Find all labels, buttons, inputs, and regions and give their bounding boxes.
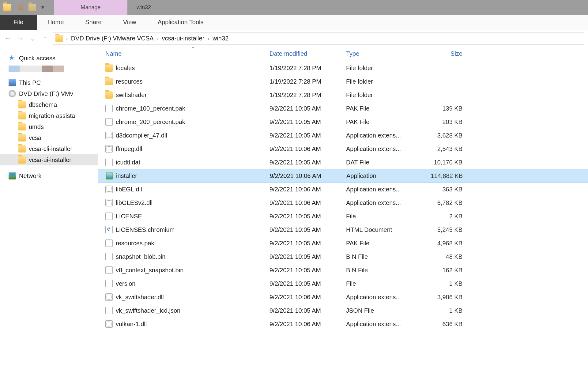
file-size: 162 KB <box>423 267 469 274</box>
file-tab[interactable]: File <box>0 15 37 30</box>
file-size: 3,628 KB <box>423 132 469 139</box>
file-name: snapshot_blob.bin <box>116 253 165 260</box>
file-row[interactable]: chrome_200_percent.pak9/2/2021 10:05 AMP… <box>98 115 588 129</box>
file-date: 9/2/2021 10:06 AM <box>270 321 346 328</box>
file-row[interactable]: resources.pak9/2/2021 10:05 AMPAK File4,… <box>98 236 588 250</box>
file-row[interactable]: icudtl.dat9/2/2021 10:05 AMDAT File10,17… <box>98 156 588 169</box>
sidebar-folder[interactable]: vcsa-ui-installer <box>0 154 98 165</box>
sidebar-quick-access[interactable]: ★ Quick access <box>0 53 98 64</box>
up-button[interactable]: ↑ <box>40 34 50 43</box>
address-bar[interactable]: › DVD Drive (F:) VMware VCSA › vcsa-ui-i… <box>53 32 584 45</box>
chevron-right-icon[interactable]: › <box>157 35 159 42</box>
sidebar-network[interactable]: Network <box>0 170 98 181</box>
file-name: libGLESv2.dll <box>116 199 153 206</box>
column-label: Name <box>105 50 122 57</box>
navigation-pane: ★ Quick access This PC DVD Drive (F:) VM… <box>0 47 98 392</box>
file-name: locales <box>116 65 135 72</box>
file-date: 9/2/2021 10:06 AM <box>270 186 346 193</box>
file-name: chrome_100_percent.pak <box>116 105 185 112</box>
file-type: Application extens... <box>346 132 423 139</box>
folder-icon <box>18 101 26 108</box>
file-row[interactable]: LICENSE9/2/2021 10:05 AMFile2 KB <box>98 209 588 223</box>
breadcrumb-root[interactable]: DVD Drive (F:) VMware VCSA <box>71 35 154 42</box>
tab-home[interactable]: Home <box>37 15 74 30</box>
qat-dropdown-icon[interactable]: ▾ <box>39 3 47 11</box>
breadcrumb-mid[interactable]: vcsa-ui-installer <box>162 35 204 42</box>
dll-icon <box>105 293 113 301</box>
properties-icon[interactable]: ☑ <box>18 3 26 11</box>
file-row[interactable]: snapshot_blob.bin9/2/2021 10:05 AMBIN Fi… <box>98 250 588 263</box>
tab-view[interactable]: View <box>112 15 147 30</box>
folder-icon <box>18 156 26 164</box>
sidebar-folder[interactable]: dbschema <box>0 99 98 110</box>
file-row[interactable]: vk_swiftshader_icd.json9/2/2021 10:05 AM… <box>98 304 588 317</box>
column-headers: Name ⌃ Date modified Type Size <box>98 47 588 61</box>
file-size: 3,986 KB <box>423 294 469 301</box>
file-type: Application extens... <box>346 186 423 193</box>
file-row[interactable]: ffmpeg.dll9/2/2021 10:06 AMApplication e… <box>98 142 588 156</box>
frequent-color-strip <box>9 66 98 72</box>
file-type: Application extens... <box>346 199 423 206</box>
file-type: File folder <box>346 78 423 85</box>
chevron-right-icon[interactable]: › <box>66 35 68 42</box>
file-icon <box>105 280 113 287</box>
ribbon-tabs: File Home Share View Application Tools <box>0 15 588 30</box>
column-type[interactable]: Type <box>346 50 423 57</box>
new-folder-icon[interactable] <box>28 3 36 11</box>
sidebar-folder[interactable]: vcsa-cli-installer <box>0 143 98 154</box>
file-icon <box>105 253 113 260</box>
back-button[interactable]: ← <box>4 34 13 43</box>
file-row[interactable]: LICENSES.chromium9/2/2021 10:05 AMHTML D… <box>98 223 588 236</box>
file-size: 636 KB <box>423 321 469 328</box>
file-type: File folder <box>346 92 423 99</box>
quick-access-toolbar: ☑ ▾ <box>0 0 54 15</box>
sidebar-this-pc[interactable]: This PC <box>0 77 98 88</box>
file-date: 9/2/2021 10:05 AM <box>270 307 346 314</box>
forward-button[interactable]: → <box>16 34 25 43</box>
file-row[interactable]: chrome_100_percent.pak9/2/2021 10:05 AMP… <box>98 102 588 115</box>
file-size: 203 KB <box>423 119 469 126</box>
column-name[interactable]: Name ⌃ <box>98 50 270 57</box>
tab-application-tools[interactable]: Application Tools <box>147 15 214 30</box>
file-icon <box>105 159 113 166</box>
dll-icon <box>105 132 113 139</box>
title-bar: ☑ ▾ Manage win32 <box>0 0 588 15</box>
sidebar-folder[interactable]: vcsa <box>0 132 98 143</box>
tab-share[interactable]: Share <box>74 15 112 30</box>
contextual-tab-manage[interactable]: Manage <box>54 0 127 15</box>
chevron-right-icon[interactable]: › <box>207 35 209 42</box>
sidebar-folder[interactable]: umds <box>0 121 98 132</box>
file-date: 9/2/2021 10:05 AM <box>270 119 346 126</box>
file-row[interactable]: installer9/2/2021 10:06 AMApplication114… <box>98 169 588 183</box>
file-type: PAK File <box>346 119 423 126</box>
file-icon <box>105 213 113 220</box>
folder-icon <box>105 91 113 99</box>
dll-icon <box>105 199 113 206</box>
file-row[interactable]: libGLESv2.dll9/2/2021 10:06 AMApplicatio… <box>98 196 588 209</box>
ie-icon <box>105 226 113 233</box>
file-row[interactable]: locales1/19/2022 7:28 PMFile folder <box>98 61 588 75</box>
sidebar-dvd-drive[interactable]: DVD Drive (F:) VMv <box>0 88 98 99</box>
file-row[interactable]: swiftshader1/19/2022 7:28 PMFile folder <box>98 88 588 102</box>
file-type: JSON File <box>346 307 423 314</box>
file-row[interactable]: vulkan-1.dll9/2/2021 10:06 AMApplication… <box>98 317 588 331</box>
navigation-bar: ← → ⌄ ↑ › DVD Drive (F:) VMware VCSA › v… <box>0 30 588 47</box>
sidebar-folder[interactable]: migration-assista <box>0 110 98 121</box>
location-icon <box>55 35 63 42</box>
file-name: LICENSE <box>116 213 142 220</box>
file-type: Application extens... <box>346 145 423 153</box>
dll-icon <box>105 145 113 153</box>
column-date[interactable]: Date modified <box>270 50 346 57</box>
folder-icon <box>18 145 26 153</box>
column-size[interactable]: Size <box>423 50 469 57</box>
recent-dropdown-icon[interactable]: ⌄ <box>28 34 37 43</box>
file-row[interactable]: libEGL.dll9/2/2021 10:06 AMApplication e… <box>98 183 588 196</box>
sort-ascending-icon: ⌃ <box>191 47 195 51</box>
file-row[interactable]: resources1/19/2022 7:28 PMFile folder <box>98 75 588 88</box>
file-row[interactable]: version9/2/2021 10:05 AMFile1 KB <box>98 277 588 290</box>
file-row[interactable]: v8_context_snapshot.bin9/2/2021 10:05 AM… <box>98 263 588 277</box>
file-type: HTML Document <box>346 226 423 233</box>
file-row[interactable]: d3dcompiler_47.dll9/2/2021 10:05 AMAppli… <box>98 129 588 142</box>
file-row[interactable]: vk_swiftshader.dll9/2/2021 10:06 AMAppli… <box>98 290 588 304</box>
breadcrumb-leaf[interactable]: win32 <box>213 35 228 42</box>
